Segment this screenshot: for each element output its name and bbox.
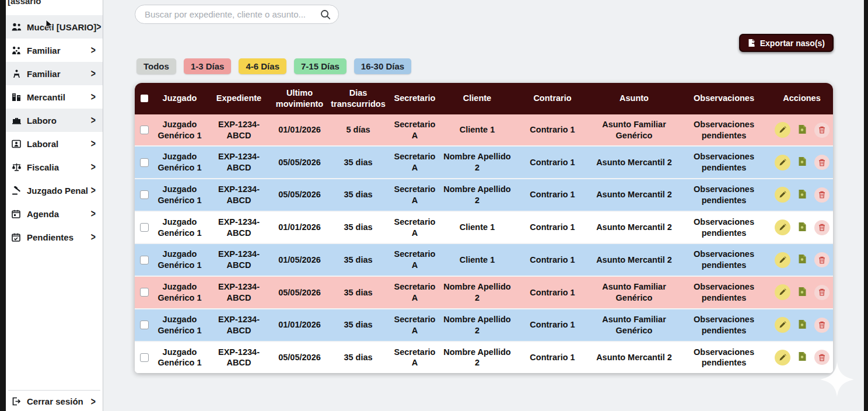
search-input[interactable]	[145, 9, 320, 19]
delete-button[interactable]	[814, 285, 830, 300]
sidebar-item-fiscalia[interactable]: Fiscalia >	[6, 155, 103, 179]
delete-button[interactable]	[814, 123, 830, 138]
cell-observaciones: Observaciones pendientes	[677, 244, 771, 276]
cell-asunto: Asunto Mercantil 2	[591, 147, 677, 178]
delete-button[interactable]	[814, 187, 830, 203]
column-header-expediente: Expediente	[206, 83, 272, 114]
table-row: Juzgado Genérico 1EXP-1234-ABCD05/05/202…	[135, 276, 833, 308]
view-document-button[interactable]	[798, 319, 807, 331]
cell-observaciones: Observaciones pendientes	[677, 309, 771, 341]
cell-contrario: Contrario 1	[514, 212, 591, 243]
cell-asunto: Asunto Familiar Genérico	[591, 309, 677, 341]
cell-cliente: Cliente 1	[440, 244, 514, 276]
column-header-dias-transcurridos: Dias transcurridos	[327, 83, 389, 114]
edit-button[interactable]	[775, 155, 790, 170]
view-document-button[interactable]	[798, 189, 807, 201]
cell-expediente: EXP-1234-ABCD	[206, 212, 272, 243]
table-header-row: Juzgado Expediente Ultimo movimiento Dia…	[135, 83, 833, 114]
filter-7-15-dias-button[interactable]: 7-15 Días	[294, 58, 346, 74]
cell-cliente: Nombre Apellido 2	[440, 179, 514, 211]
view-document-button[interactable]	[798, 222, 807, 234]
delete-button[interactable]	[814, 318, 830, 333]
row-checkbox[interactable]	[140, 223, 149, 232]
sidebar-item-juzgado-penal[interactable]: Juzgado Penal >	[6, 179, 103, 202]
delete-button[interactable]	[814, 252, 830, 267]
sidebar-item-pendientes[interactable]: Pendientes >	[6, 225, 103, 249]
edit-button[interactable]	[775, 187, 790, 203]
edit-button[interactable]	[775, 284, 790, 300]
select-all-checkbox[interactable]	[141, 95, 148, 102]
trash-icon	[814, 155, 830, 170]
delete-button[interactable]	[814, 350, 830, 365]
cell-ultimo-movimiento: 01/01/2026	[272, 212, 327, 243]
view-document-button[interactable]	[798, 156, 807, 168]
table-row: Juzgado Genérico 1EXP-1234-ABCD01/01/202…	[135, 211, 833, 243]
sidebar-item-laboro[interactable]: Laboro >	[6, 109, 103, 132]
cell-contrario: Contrario 1	[514, 179, 591, 211]
edit-button[interactable]	[775, 350, 790, 365]
sidebar-menu: Muceil [USARIO] > Familiar > Familiar > …	[6, 15, 103, 249]
document-icon	[798, 351, 807, 363]
sidebar-item-label: Cerrar sesión	[27, 396, 83, 406]
sidebar: [assario Muceil [USARIO] > Familiar > Fa…	[6, 0, 103, 411]
sidebar-item-usuario[interactable]: Muceil [USARIO] >	[6, 15, 103, 39]
edit-button[interactable]	[775, 317, 790, 333]
work-icon	[12, 116, 26, 124]
trash-icon	[814, 350, 830, 365]
view-document-button[interactable]	[798, 287, 807, 298]
column-header-ultimo-movimiento: Ultimo movimiento	[272, 83, 327, 114]
row-checkbox[interactable]	[140, 321, 149, 329]
sidebar-item-mercantil[interactable]: Mercantil >	[6, 85, 103, 109]
edit-button[interactable]	[775, 122, 790, 138]
row-actions	[775, 122, 830, 138]
cell-juzgado: Juzgado Genérico 1	[153, 179, 206, 211]
gavel-icon	[12, 186, 26, 195]
filter-16-30-dias-button[interactable]: 16-30 Días	[354, 58, 411, 74]
delete-button[interactable]	[814, 220, 830, 235]
sidebar-item-laboral[interactable]: Laboral >	[6, 132, 103, 155]
document-icon	[798, 287, 807, 298]
edit-button[interactable]	[775, 220, 790, 235]
sidebar-item-familiar-2[interactable]: Familiar >	[6, 62, 103, 85]
cell-juzgado: Juzgado Genérico 1	[153, 244, 206, 276]
sidebar-item-label: Juzgado Penal	[27, 186, 88, 196]
sidebar-top-partial-text: [assario	[6, 0, 103, 6]
chevron-right-icon: >	[91, 396, 96, 407]
sidebar-top-clip: [assario	[6, 0, 103, 7]
cell-asunto: Asunto Mercantil 2	[591, 212, 677, 243]
sidebar-item-label: Muceil [USARIO]	[27, 22, 96, 32]
row-checkbox[interactable]	[140, 288, 149, 297]
cell-dias-transcurridos: 35 dias	[327, 342, 389, 374]
row-checkbox[interactable]	[140, 126, 149, 134]
edit-pencil-icon	[775, 122, 790, 138]
row-checkbox[interactable]	[140, 353, 149, 362]
sidebar-item-familiar-1[interactable]: Familiar >	[6, 39, 103, 62]
edit-button[interactable]	[775, 252, 790, 268]
row-checkbox[interactable]	[140, 256, 149, 264]
family-alt-icon	[12, 69, 26, 78]
cell-expediente: EXP-1234-ABCD	[206, 277, 272, 308]
sidebar-item-label: Pendientes	[27, 232, 74, 242]
search-icon[interactable]	[320, 9, 331, 20]
export-button[interactable]: Exportar naso(s)	[739, 34, 834, 52]
edit-pencil-icon	[775, 350, 790, 365]
view-document-button[interactable]	[798, 351, 807, 363]
filter-todos-button[interactable]: Todos	[136, 58, 176, 74]
row-checkbox[interactable]	[140, 158, 149, 167]
filter-1-3-dias-button[interactable]: 1-3 Días	[184, 58, 232, 74]
column-header-contrario: Contrario	[514, 83, 591, 114]
sidebar-item-agenda[interactable]: Agenda >	[6, 202, 103, 225]
file-export-icon	[748, 39, 756, 47]
sidebar-item-cerrar-sesion[interactable]: Cerrar sesión >	[6, 396, 103, 411]
filter-4-6-dias-button[interactable]: 4-6 Días	[239, 58, 286, 74]
view-document-button[interactable]	[798, 124, 807, 136]
cell-asunto: Asunto Mercantil 2	[591, 244, 677, 276]
delete-button[interactable]	[814, 155, 830, 170]
view-document-button[interactable]	[798, 254, 807, 266]
trash-icon	[814, 187, 830, 203]
chevron-right-icon: >	[96, 21, 101, 33]
cell-asunto: Asunto Mercantil 2	[591, 342, 677, 374]
trash-icon	[814, 123, 830, 138]
row-checkbox[interactable]	[140, 190, 149, 199]
document-icon	[798, 254, 807, 266]
